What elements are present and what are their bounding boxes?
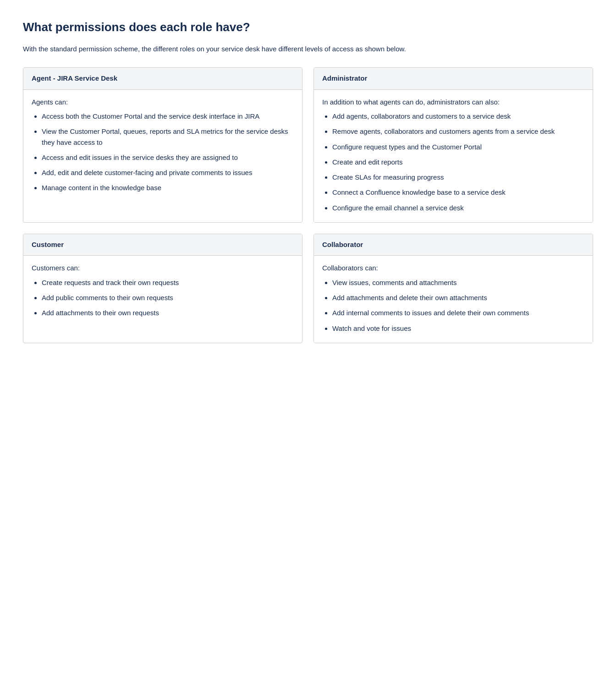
card-agent: Agent - JIRA Service DeskAgents can:Acce…	[23, 67, 302, 223]
card-agent-list: Access both the Customer Portal and the …	[32, 111, 294, 193]
list-item: Access and edit issues in the service de…	[42, 152, 294, 163]
card-customer-title: Customer	[32, 241, 64, 248]
list-item: Add internal comments to issues and dele…	[332, 307, 584, 318]
list-item: Add attachments to their own requests	[42, 307, 294, 318]
list-item: Add public comments to their own request…	[42, 292, 294, 303]
card-customer-list: Create requests and track their own requ…	[32, 277, 294, 318]
card-agent-title: Agent - JIRA Service Desk	[32, 74, 117, 82]
page-description: With the standard permission scheme, the…	[23, 44, 435, 55]
list-item: View the Customer Portal, queues, report…	[42, 126, 294, 148]
list-item: Add, edit and delete customer-facing and…	[42, 167, 294, 178]
list-item: Manage content in the knowledge base	[42, 182, 294, 193]
card-customer: CustomerCustomers can:Create requests an…	[23, 234, 302, 343]
card-collaborator-intro: Collaborators can:	[322, 263, 584, 274]
card-administrator-intro: In addition to what agents can do, admin…	[322, 97, 584, 108]
card-collaborator-list: View issues, comments and attachmentsAdd…	[322, 277, 584, 334]
card-administrator-title: Administrator	[322, 74, 367, 82]
list-item: Add agents, collaborators and customers …	[332, 111, 584, 121]
card-administrator: AdministratorIn addition to what agents …	[314, 67, 593, 223]
list-item: Configure request types and the Customer…	[332, 142, 584, 152]
list-item: Create SLAs for measuring progress	[332, 172, 584, 182]
page-title: What permissions does each role have?	[23, 18, 593, 36]
list-item: Remove agents, collaborators and custome…	[332, 126, 584, 137]
list-item: Watch and vote for issues	[332, 323, 584, 334]
list-item: Access both the Customer Portal and the …	[42, 111, 294, 121]
card-customer-intro: Customers can:	[32, 263, 294, 274]
roles-grid: Agent - JIRA Service DeskAgents can:Acce…	[23, 67, 593, 343]
list-item: Configure the email channel a service de…	[332, 203, 584, 213]
list-item: Create requests and track their own requ…	[42, 277, 294, 288]
card-collaborator-title: Collaborator	[322, 241, 363, 248]
card-collaborator: CollaboratorCollaborators can:View issue…	[314, 234, 593, 343]
card-agent-intro: Agents can:	[32, 97, 294, 108]
list-item: Create and edit reports	[332, 157, 584, 167]
card-administrator-list: Add agents, collaborators and customers …	[322, 111, 584, 213]
list-item: View issues, comments and attachments	[332, 277, 584, 288]
list-item: Connect a Confluence knowledge base to a…	[332, 187, 584, 197]
list-item: Add attachments and delete their own att…	[332, 292, 584, 303]
